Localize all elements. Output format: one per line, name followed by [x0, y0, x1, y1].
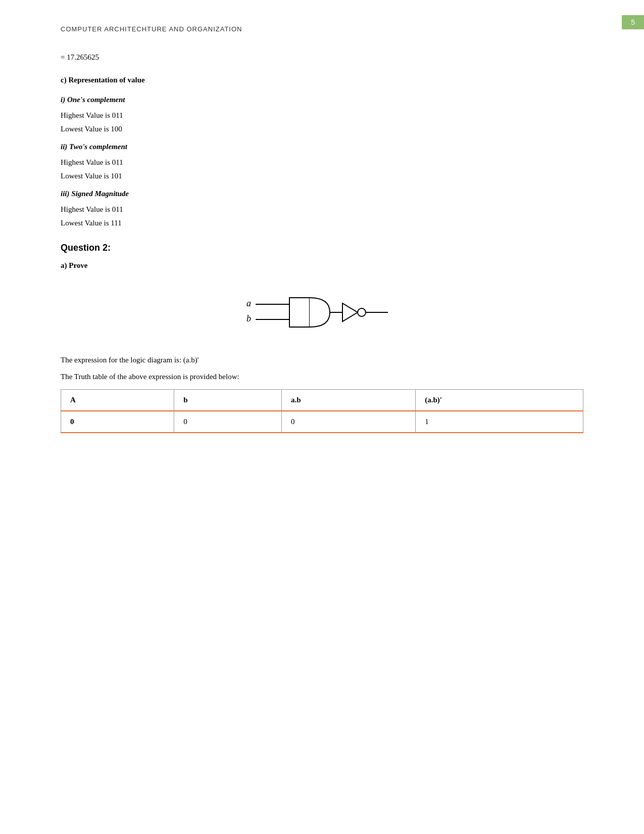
svg-rect-4	[289, 298, 310, 327]
svg-marker-6	[342, 303, 358, 321]
logic-diagram-svg: a b	[241, 285, 403, 341]
ones-complement-highest: Highest Value is 011	[61, 111, 583, 120]
signed-magnitude-heading: iii) Signed Magnitude	[61, 190, 583, 198]
cell-A-0: 0	[61, 411, 174, 433]
question2-heading: Question 2:	[61, 243, 583, 253]
signed-magnitude-highest: Highest Value is 011	[61, 205, 583, 214]
cell-b-0: 0	[174, 411, 282, 433]
svg-text:a: a	[246, 298, 251, 308]
table-row: 0 0 0 1	[61, 411, 583, 433]
col-header-ab: a.b	[281, 390, 415, 411]
page-number-badge: 5	[622, 15, 644, 29]
page-container: 5 COMPUTER ARCHITECHTURE AND ORGANIZATIO…	[0, 0, 644, 834]
col-header-A: A	[61, 390, 174, 411]
section-c-label: c) Representation of value	[61, 76, 145, 84]
svg-point-7	[358, 308, 366, 316]
cell-ab-prime-0: 1	[416, 411, 583, 433]
svg-text:b: b	[246, 313, 251, 323]
truth-table-intro: The Truth table of the above expression …	[61, 373, 583, 381]
expression-text: The expression for the logic diagram is:…	[61, 356, 583, 364]
header-title: COMPUTER ARCHITECHTURE AND ORGANIZATION	[61, 20, 583, 33]
twos-complement-heading: ii) Two's complement	[61, 143, 583, 151]
signed-magnitude-lowest: Lowest Value is 111	[61, 219, 583, 227]
section-c-heading: c) Representation of value	[61, 76, 583, 84]
equation-value: = 17.265625	[61, 53, 583, 62]
ones-complement-heading: i) One's complement	[61, 96, 583, 104]
table-header-row: A b a.b (a.b)'	[61, 390, 583, 411]
cell-ab-0: 0	[281, 411, 415, 433]
logic-diagram-container: a b	[61, 285, 583, 341]
twos-complement-lowest: Lowest Value is 101	[61, 172, 583, 180]
page-number: 5	[631, 18, 635, 26]
question2-subheading: a) Prove	[61, 261, 583, 270]
col-header-b: b	[174, 390, 282, 411]
twos-complement-highest: Highest Value is 011	[61, 158, 583, 167]
col-header-ab-prime: (a.b)'	[416, 390, 583, 411]
ones-complement-lowest: Lowest Value is 100	[61, 125, 583, 133]
truth-table: A b a.b (a.b)' 0 0 0 1	[61, 389, 583, 433]
